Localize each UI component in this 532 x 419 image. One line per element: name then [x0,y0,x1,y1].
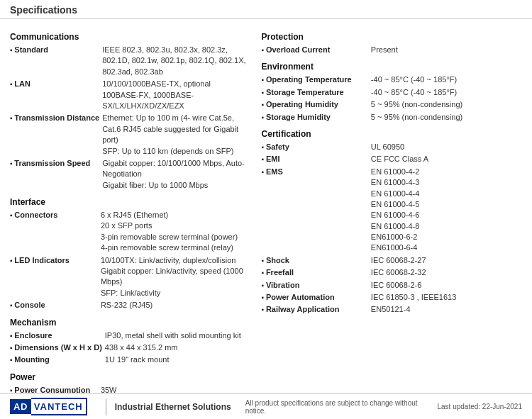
table-row: Shock IEC 60068-2-27 [262,255,522,267]
table-row: Operating Temperature -40 ~ 85°C (-40 ~ … [262,74,522,86]
spec-label: Dimensions (W x H x D) [10,342,105,354]
left-column: Communications Standard IEEE 802.3, 802.… [10,26,256,419]
table-row: Standard IEEE 802.3, 802.3u, 802.3x, 802… [10,44,249,78]
spec-label: Standard [10,44,102,78]
spec-value: -40 ~ 85°C (-40 ~ 185°F) [371,86,522,99]
table-row: Vibration IEC 60068-2-6 [262,279,522,291]
table-row: EMS EN 61000-4-2EN 61000-4-3EN 61000-4-4… [262,166,522,255]
spec-label: Transmission Distance [10,112,102,157]
footer: ADVANTECH Industrial Ethernet Solutions … [0,393,532,419]
spec-value: IEC 61850-3 , IEEE1613 [371,291,522,303]
communications-section: Communications Standard IEEE 802.3, 802.… [10,32,249,191]
table-row: Storage Temperature -40 ~ 85°C (-40 ~ 18… [262,86,522,99]
mechanism-section: Mechanism Enclosure IP30, metal shell wi… [10,318,249,367]
spec-value: EN 61000-4-2EN 61000-4-3EN 61000-4-4EN 6… [371,166,522,255]
spec-label: Operating Temperature [262,74,371,86]
protection-title: Protection [262,32,522,42]
footer-date: Last updated: 22-Jun-2021 [437,403,522,410]
right-column: Protection Overload Current Present Envi… [256,26,522,419]
environment-section: Environment Operating Temperature -40 ~ … [262,62,522,123]
spec-label: Operating Humidity [262,99,371,111]
spec-label: Console [10,299,101,311]
table-row: Railway Application EN50121-4 [262,303,522,315]
footer-divider [106,398,106,415]
table-row: Overload Current Present [262,44,522,56]
spec-label: Enclosure [10,330,105,342]
table-row: LED Indicators 10/100TX: Link/activity, … [10,255,249,300]
table-row: Enclosure IP30, metal shell with solid m… [10,330,249,342]
spec-label: Overload Current [262,44,371,56]
table-row: Transmission Distance Ethernet: Up to 10… [10,112,249,157]
footer-tagline: Industrial Ethernet Solutions [115,402,231,412]
spec-value: CE FCC Class A [371,153,522,165]
spec-label: Storage Temperature [262,86,371,99]
table-row: Operating Humidity 5 ~ 95% (non-condensi… [262,99,522,111]
spec-label: Shock [262,255,371,267]
table-row: Storage Humidity 5 ~ 95% (non-condensing… [262,111,522,123]
spec-value: 10/100/1000BASE-TX, optional 100BASE-FX,… [102,78,248,112]
table-row: LAN 10/100/1000BASE-TX, optional 100BASE… [10,78,249,112]
mechanism-table: Enclosure IP30, metal shell with solid m… [10,330,249,367]
interface-title: Interface [10,197,249,207]
table-row: Power Automation IEC 61850-3 , IEEE1613 [262,291,522,303]
spec-label: Freefall [262,267,371,279]
spec-label: LAN [10,78,102,112]
spec-label: EMI [262,153,371,165]
interface-section: Interface Connectors 6 x RJ45 (Ethernet)… [10,197,249,312]
spec-value: 5 ~ 95% (non-condensing) [371,99,522,111]
spec-value: UL 60950 [371,141,522,153]
spec-value: RS-232 (RJ45) [101,299,249,311]
spec-value: Ethernet: Up to 100 m (4- wire Cat.5e, C… [102,112,248,157]
spec-label: Power Automation [262,291,371,303]
certification-title: Certification [262,129,522,139]
spec-label: Connectors [10,209,101,255]
table-row: Transmission Speed Gigabit copper: 10/10… [10,157,249,191]
spec-value: 438 x 44 x 315.2 mm [105,342,249,354]
protection-table: Overload Current Present [262,44,522,56]
spec-label: Transmission Speed [10,157,102,191]
spec-label: LED Indicators [10,255,101,300]
spec-value: EN50121-4 [371,303,522,315]
page-title: Specifications [0,0,532,19]
spec-value: Gigabit copper: 10/100/1000 Mbps, Auto-N… [102,157,248,191]
company-logo: ADVANTECH [10,398,87,415]
certification-table: Safety UL 60950 EMI CE FCC Class A EMS E… [262,141,522,316]
spec-value: -40 ~ 85°C (-40 ~ 185°F) [371,74,522,86]
spec-label: Safety [262,141,371,153]
spec-label: Storage Humidity [262,111,371,123]
logo-vantech-part: VANTECH [31,398,87,415]
spec-value: IEC 60068-2-32 [371,267,522,279]
communications-title: Communications [10,32,249,42]
spec-value: 10/100TX: Link/activity, duplex/collisio… [101,255,249,300]
table-row: EMI CE FCC Class A [262,153,522,165]
spec-label: Railway Application [262,303,371,315]
table-row: Mounting 1U 19" rack mount [10,354,249,366]
spec-label: EMS [262,166,371,255]
spec-value: IEC 60068-2-6 [371,279,522,291]
table-row: Connectors 6 x RJ45 (Ethernet)20 x SFP p… [10,209,249,255]
spec-value: IEEE 802.3, 802.3u, 802.3x, 802.3z, 802.… [102,44,248,78]
table-row: Console RS-232 (RJ45) [10,299,249,311]
spec-label: Vibration [262,279,371,291]
communications-table: Standard IEEE 802.3, 802.3u, 802.3x, 802… [10,44,249,191]
spec-value: 6 x RJ45 (Ethernet)20 x SFP ports3-pin r… [101,209,249,255]
environment-title: Environment [262,62,522,72]
spec-value: 1U 19" rack mount [105,354,249,366]
table-row: Freefall IEC 60068-2-32 [262,267,522,279]
environment-table: Operating Temperature -40 ~ 85°C (-40 ~ … [262,74,522,123]
spec-value: 5 ~ 95% (non-condensing) [371,111,522,123]
spec-value: IEC 60068-2-27 [371,255,522,267]
protection-section: Protection Overload Current Present [262,32,522,56]
certification-section: Certification Safety UL 60950 EMI CE FCC… [262,129,522,316]
spec-value: Present [371,44,522,56]
spec-label: Mounting [10,354,105,366]
footer-note: All product specifications are subject t… [231,399,438,415]
interface-table: Connectors 6 x RJ45 (Ethernet)20 x SFP p… [10,209,249,312]
table-row: Safety UL 60950 [262,141,522,153]
table-row: Dimensions (W x H x D) 438 x 44 x 315.2 … [10,342,249,354]
spec-value: IP30, metal shell with solid mounting ki… [105,330,249,342]
mechanism-title: Mechanism [10,318,249,328]
logo-ad-part: AD [10,399,31,414]
power-title: Power [10,372,249,382]
